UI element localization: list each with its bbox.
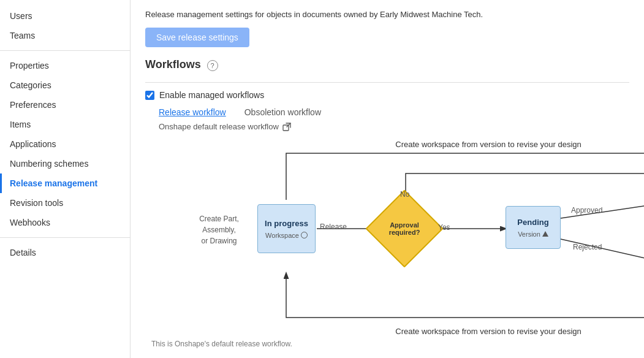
sidebar-item-preferences[interactable]: Preferences bbox=[0, 95, 130, 115]
pending-box: Pending Version bbox=[506, 206, 561, 249]
sidebar-item-users[interactable]: Users bbox=[0, 6, 130, 26]
tab-release-workflow[interactable]: Release workflow bbox=[159, 107, 226, 117]
section-title: Workflows bbox=[145, 58, 201, 71]
no-label: No bbox=[400, 190, 409, 199]
workflow-tabs: Release workflow Obsoletion workflow bbox=[145, 107, 629, 117]
sidebar-item-release-management[interactable]: Release management bbox=[0, 173, 130, 193]
section-header: Workflows ? bbox=[145, 58, 629, 83]
sidebar-item-applications[interactable]: Applications bbox=[0, 134, 130, 154]
save-release-settings-button[interactable]: Save release settings bbox=[145, 28, 249, 47]
enable-managed-workflows-row: Enable managed workflows bbox=[145, 90, 629, 100]
pending-triangle-icon bbox=[542, 231, 548, 237]
sidebar-item-teams[interactable]: Teams bbox=[0, 26, 130, 45]
in-progress-label: In progress bbox=[265, 219, 308, 228]
sidebar-item-categories[interactable]: Categories bbox=[0, 75, 130, 95]
page-description: Release management settings for objects … bbox=[145, 10, 629, 19]
workflow-default-label: Onshape default release workflow bbox=[159, 122, 279, 131]
sidebar-item-properties[interactable]: Properties bbox=[0, 56, 130, 75]
pending-label: Pending bbox=[517, 218, 548, 227]
sidebar: Users Teams Properties Categories Prefer… bbox=[0, 0, 131, 358]
sidebar-item-details[interactable]: Details bbox=[0, 243, 130, 262]
release-label: Release bbox=[320, 223, 347, 231]
help-icon[interactable]: ? bbox=[207, 60, 218, 71]
diamond-wrapper: Approval required? bbox=[377, 201, 432, 256]
tab-obsoletion-workflow[interactable]: Obsoletion workflow bbox=[244, 107, 321, 117]
approved-label: Approved bbox=[571, 206, 602, 215]
workspace-label-row: Workspace bbox=[265, 232, 308, 239]
workflow-label-row: Onshape default release workflow bbox=[145, 122, 629, 131]
pending-version-text: Version bbox=[518, 230, 540, 238]
main-content: Release management settings for objects … bbox=[131, 0, 644, 358]
in-progress-box: In progress Workspace bbox=[257, 204, 316, 253]
enable-managed-workflows-checkbox[interactable] bbox=[145, 91, 154, 100]
sidebar-divider-2 bbox=[0, 237, 130, 238]
workflow-note: This is Onshape's default release workfl… bbox=[145, 340, 629, 348]
diamond-label: Approval required? bbox=[378, 221, 431, 236]
workspace-circle-icon bbox=[301, 232, 308, 238]
external-link-icon[interactable] bbox=[282, 123, 291, 131]
pending-version-row: Version bbox=[518, 230, 548, 238]
sidebar-divider-1 bbox=[0, 50, 130, 51]
sidebar-item-revision-tools[interactable]: Revision tools bbox=[0, 193, 130, 213]
enable-managed-workflows-label: Enable managed workflows bbox=[159, 90, 264, 100]
create-part-label: Create Part,Assembly,or Drawing bbox=[187, 213, 251, 246]
yes-label: Yes bbox=[438, 223, 450, 232]
sidebar-item-numbering-schemes[interactable]: Numbering schemes bbox=[0, 154, 130, 173]
diagram-bottom-label: Create workspace from version to revise … bbox=[280, 327, 644, 336]
workspace-text: Workspace bbox=[265, 232, 299, 239]
sidebar-item-webhooks[interactable]: Webhooks bbox=[0, 213, 130, 232]
workflow-diagram: Create workspace from version to revise … bbox=[145, 140, 644, 336]
rejected-arrow-label: Rejected bbox=[573, 243, 602, 251]
sidebar-item-items[interactable]: Items bbox=[0, 115, 130, 134]
